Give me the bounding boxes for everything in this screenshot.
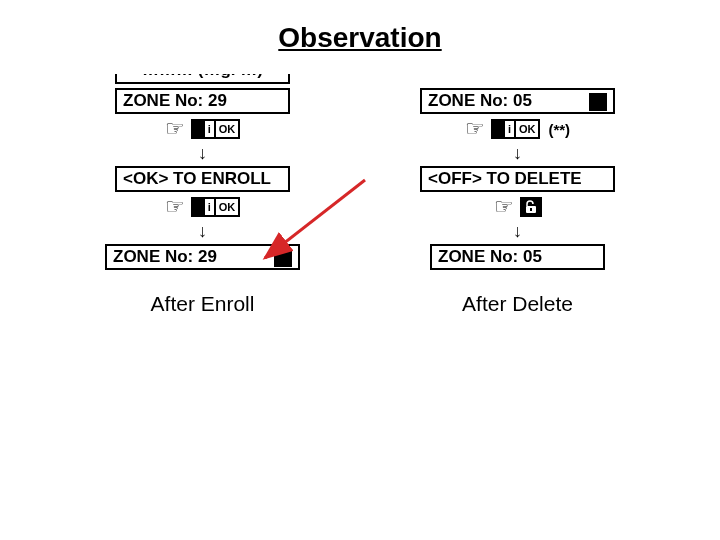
pointing-hand-icon: ☞ (465, 118, 485, 140)
columns: ……… (…g. …) ZONE No: 29 ☞ i OK ↓ <OK> TO… (0, 74, 720, 316)
column-caption: After Delete (462, 292, 573, 316)
cropped-top-spacer (430, 74, 605, 84)
step-press-ok-2: ☞ i OK (165, 196, 241, 218)
segment-ok: OK (216, 121, 239, 137)
arrow-down-icon: ↓ (198, 144, 207, 162)
segment-ok: OK (516, 121, 539, 137)
arrow-down-icon: ↓ (513, 222, 522, 240)
prompt-text: <OFF> TO DELETE (428, 169, 582, 189)
zone-display-after: ZONE No: 29 (105, 244, 300, 270)
zone-text: ZONE No: 05 (428, 91, 532, 111)
segment-i: i (505, 121, 516, 137)
zone-display-before: ZONE No: 05 (420, 88, 615, 114)
segment-ok: OK (216, 199, 239, 215)
prompt-display: <OFF> TO DELETE (420, 166, 615, 192)
zone-text: ZONE No: 29 (113, 247, 217, 267)
delete-column: ZONE No: 05 ☞ i OK (**) ↓ <OFF> TO DELET… (420, 74, 615, 316)
zone-text: ZONE No: 05 (438, 247, 542, 267)
svg-rect-3 (530, 208, 532, 211)
prompt-display: <OK> TO ENROLL (115, 166, 290, 192)
segment-blank (193, 121, 205, 137)
enrolled-indicator-block (589, 93, 607, 111)
page-title: Observation (0, 22, 720, 54)
segment-blank (493, 121, 505, 137)
segment-i: i (205, 121, 216, 137)
zone-display-after: ZONE No: 05 (430, 244, 605, 270)
i-ok-button-icon: i OK (191, 119, 241, 139)
segment-i: i (205, 199, 216, 215)
enrolled-indicator-block (274, 249, 292, 267)
asterisks-note: (**) (548, 121, 570, 138)
zone-text: ZONE No: 29 (123, 91, 227, 111)
unlock-icon (520, 197, 542, 217)
step-press-ok-1: ☞ i OK (165, 118, 241, 140)
pointing-hand-icon: ☞ (165, 118, 185, 140)
step-press-off: ☞ (494, 196, 542, 218)
step-press-ok-1: ☞ i OK (**) (465, 118, 570, 140)
segment-blank (193, 199, 205, 215)
arrow-down-icon: ↓ (198, 222, 207, 240)
column-caption: After Enroll (151, 292, 255, 316)
enroll-column: ……… (…g. …) ZONE No: 29 ☞ i OK ↓ <OK> TO… (105, 74, 300, 316)
prompt-text: <OK> TO ENROLL (123, 169, 271, 189)
zone-display-before: ZONE No: 29 (115, 88, 290, 114)
i-ok-button-icon: i OK (491, 119, 541, 139)
arrow-down-icon: ↓ (513, 144, 522, 162)
i-ok-button-icon: i OK (191, 197, 241, 217)
pointing-hand-icon: ☞ (165, 196, 185, 218)
cropped-top-display: ……… (…g. …) (115, 74, 290, 84)
pointing-hand-icon: ☞ (494, 196, 514, 218)
